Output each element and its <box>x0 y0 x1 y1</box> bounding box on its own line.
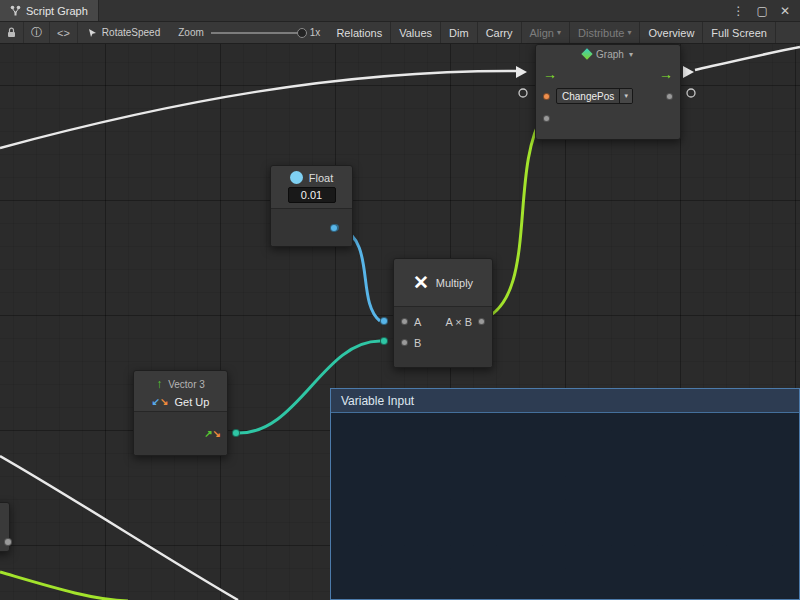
multiply-b-label: B <box>414 337 421 349</box>
graph-name-label: RotateSpeed <box>102 27 160 38</box>
variable-dropdown-caret-icon: ▼ <box>619 89 632 103</box>
values-button[interactable]: Values <box>391 22 441 43</box>
fullscreen-label: Full Screen <box>711 27 767 39</box>
align-button[interactable]: Align ▾ <box>522 22 570 43</box>
value-in-port[interactable] <box>543 115 550 122</box>
relations-label: Relations <box>336 27 382 39</box>
align-caret-icon: ▾ <box>557 28 561 37</box>
float-node[interactable]: Float 0.01 <box>270 165 353 247</box>
getup-node[interactable]: ↑ Vector 3 ↙ ↘ Get Up ↗ ↘ <box>133 370 228 456</box>
zoom-slider[interactable] <box>211 32 303 34</box>
input-row <box>536 107 680 129</box>
flow-out-arrow-icon <box>683 66 694 78</box>
vector-type-label: Vector 3 <box>168 379 205 390</box>
wire-control-in[interactable] <box>0 71 516 148</box>
wire-green-bottom[interactable] <box>0 572 128 600</box>
float-output-connection[interactable] <box>330 224 338 232</box>
info-button[interactable]: ⓘ <box>24 22 50 43</box>
value-port-circle-left[interactable] <box>519 89 527 97</box>
code-icon: <> <box>57 27 70 39</box>
fullscreen-button[interactable]: Full Screen <box>703 22 776 43</box>
zoom-label: Zoom <box>178 27 204 38</box>
partial-node-port[interactable] <box>4 538 12 546</box>
graph-canvas[interactable]: Variable Input Graph ▾ → → <box>0 44 800 600</box>
lock-icon <box>7 27 16 38</box>
carry-button[interactable]: Carry <box>478 22 522 43</box>
multiply-b-connection[interactable] <box>380 337 388 345</box>
vector-up-icon: ↑ <box>156 378 162 390</box>
flow-in-arrow-icon <box>516 66 527 78</box>
distribute-caret-icon: ▾ <box>627 28 631 37</box>
getup-output-connection[interactable] <box>232 429 240 437</box>
values-label: Values <box>399 27 432 39</box>
multiply-a-label: A <box>414 316 421 328</box>
vector-axes-icon: ↙ ↘ <box>152 397 169 407</box>
dim-label: Dim <box>449 27 469 39</box>
graph-breadcrumb[interactable]: RotateSpeed <box>78 22 170 43</box>
changepos-node[interactable]: Graph ▾ → → ChangePos ▼ <box>535 44 681 140</box>
window-more-icon[interactable]: ⋮ <box>733 4 745 18</box>
info-icon: ⓘ <box>31 25 42 40</box>
changepos-node-header[interactable]: Graph ▾ <box>536 45 680 63</box>
multiply-icon: ✕ <box>413 273 429 292</box>
value-port-circle-right[interactable] <box>687 89 695 97</box>
multiply-output-port[interactable] <box>478 318 485 325</box>
variable-row: ChangePos ▼ <box>536 85 680 107</box>
float-value-field[interactable]: 0.01 <box>288 187 336 203</box>
variable-dropdown-value: ChangePos <box>557 89 619 103</box>
float-title: Float <box>309 172 333 184</box>
overview-button[interactable]: Overview <box>640 22 703 43</box>
variable-dropdown[interactable]: ChangePos ▼ <box>556 88 633 104</box>
script-graph-icon <box>10 5 21 16</box>
zoom-control: Zoom 1x <box>170 22 328 43</box>
code-view-button[interactable]: <> <box>50 22 78 43</box>
multiply-b-port[interactable] <box>401 339 408 346</box>
float-value: 0.01 <box>301 189 322 201</box>
zoom-slider-knob[interactable] <box>297 28 307 38</box>
graph-toolbar: ⓘ <> RotateSpeed Zoom 1x Relations Value… <box>0 22 800 44</box>
graph-header-label: Graph <box>596 49 624 60</box>
wire-getup-to-multiply-b[interactable] <box>236 341 380 433</box>
multiply-a-port[interactable] <box>401 318 408 325</box>
flow-row: → → <box>536 63 680 85</box>
multiply-node-body: A A × B B <box>394 306 492 367</box>
window-titlebar: Script Graph ⋮ ▢ ✕ <box>0 0 800 22</box>
tab-title: Script Graph <box>26 5 88 17</box>
overview-label: Overview <box>648 27 694 39</box>
multiply-a-connection[interactable] <box>380 317 388 325</box>
float-node-header: Float 0.01 <box>271 166 352 208</box>
wire-bottom-left[interactable] <box>0 456 238 600</box>
multiply-title: Multiply <box>436 277 473 289</box>
multiply-output-label: A × B <box>445 316 472 328</box>
multiply-node[interactable]: ✕ Multiply A A × B B <box>393 258 493 368</box>
relations-button[interactable]: Relations <box>328 22 391 43</box>
graph-pointer-icon <box>88 28 97 38</box>
distribute-button[interactable]: Distribute ▾ <box>570 22 640 43</box>
getup-node-header: ↑ Vector 3 ↙ ↘ Get Up <box>134 371 227 411</box>
getup-title: Get Up <box>174 396 209 408</box>
value-out-port[interactable] <box>666 93 673 100</box>
align-label: Align <box>530 27 554 39</box>
wire-control-out[interactable] <box>695 47 800 70</box>
window-close-icon[interactable]: ✕ <box>780 4 790 18</box>
tab-script-graph[interactable]: Script Graph <box>0 0 99 21</box>
getup-node-body: ↗ ↘ <box>134 411 227 455</box>
float-type-icon <box>290 171 303 184</box>
flow-in-port[interactable]: → <box>543 67 557 81</box>
float-node-body <box>271 208 352 246</box>
zoom-value: 1x <box>310 27 321 38</box>
window-maximize-icon[interactable]: ▢ <box>757 4 768 18</box>
graph-unit-icon <box>581 48 592 59</box>
variable-port[interactable] <box>543 93 550 100</box>
vector-output-type-icon[interactable]: ↗ ↘ <box>204 429 221 439</box>
lock-button[interactable] <box>0 22 24 43</box>
dim-button[interactable]: Dim <box>441 22 478 43</box>
multiply-node-header: ✕ Multiply <box>394 259 492 306</box>
carry-label: Carry <box>486 27 513 39</box>
graph-header-caret-icon: ▾ <box>629 50 633 59</box>
distribute-label: Distribute <box>578 27 624 39</box>
flow-out-port[interactable]: → <box>659 67 673 81</box>
